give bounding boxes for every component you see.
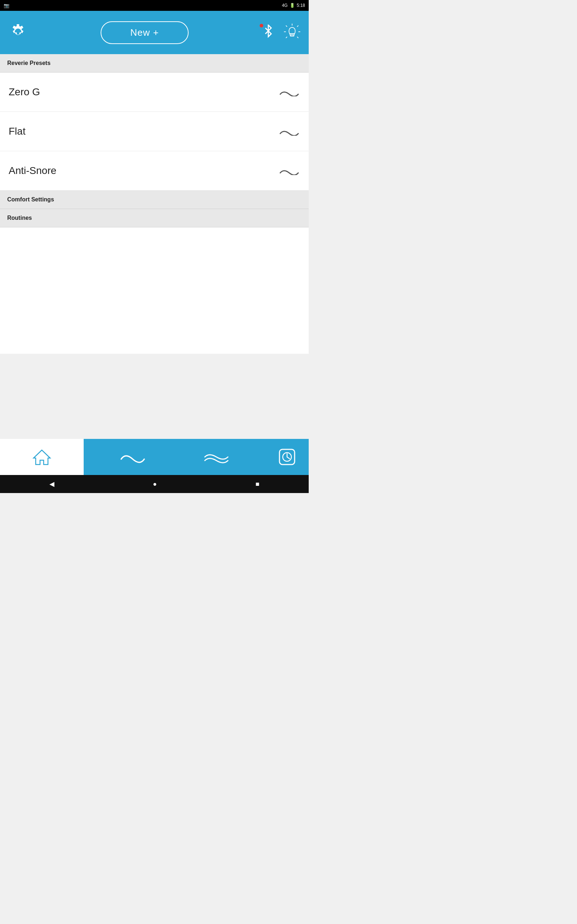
preset-list: Zero G Flat Anti-Snore	[0, 73, 309, 191]
nav-massage-tab[interactable]	[202, 449, 231, 465]
app-header: New +	[0, 11, 309, 54]
main-content-area	[0, 228, 309, 354]
preset-name-flat: Flat	[9, 126, 26, 137]
status-bar: 📷 4G 🔋 5:18	[0, 0, 309, 11]
home-button[interactable]: ●	[153, 480, 157, 488]
preset-name-anti-snore: Anti-Snore	[9, 165, 56, 176]
nav-wave-tab[interactable]	[118, 449, 147, 465]
comfort-settings-item[interactable]: Comfort Settings	[0, 191, 309, 209]
nav-home-tab[interactable]	[0, 439, 84, 475]
svg-line-1	[297, 26, 298, 27]
status-left: 📷	[3, 3, 10, 8]
chevron-icon-anti-snore	[279, 166, 300, 175]
svg-marker-9	[34, 450, 50, 465]
chevron-icon-zero-g	[279, 88, 300, 96]
screenshot-icon: 📷	[3, 3, 10, 8]
bottom-nav	[0, 439, 309, 475]
bluetooth-icon[interactable]	[260, 24, 276, 40]
svg-line-4	[286, 37, 287, 38]
signal-icon: 4G	[282, 3, 288, 8]
svg-line-13	[287, 457, 290, 459]
svg-rect-8	[290, 35, 294, 36]
time-display: 5:18	[297, 3, 305, 8]
light-icon[interactable]	[283, 23, 301, 43]
settings-icon[interactable]	[7, 21, 29, 44]
system-nav-bar: ◀ ● ■	[0, 475, 309, 493]
recents-button[interactable]: ■	[255, 480, 259, 488]
svg-line-6	[286, 26, 287, 27]
new-button[interactable]: New +	[101, 21, 188, 44]
header-right-icons	[260, 23, 301, 43]
comfort-settings-section: Comfort Settings Routines	[0, 191, 309, 228]
routines-item[interactable]: Routines	[0, 209, 309, 228]
preset-item-flat[interactable]: Flat	[0, 112, 309, 151]
battery-icon: 🔋	[290, 3, 295, 8]
reverie-presets-header: Reverie Presets	[0, 54, 309, 73]
status-right: 4G 🔋 5:18	[282, 3, 305, 8]
nav-center-tabs	[84, 439, 266, 475]
nav-schedule-tab[interactable]	[266, 439, 309, 475]
back-button[interactable]: ◀	[49, 480, 55, 488]
bluetooth-status-dot	[259, 24, 263, 27]
svg-line-3	[297, 37, 298, 38]
preset-name-zero-g: Zero G	[9, 86, 40, 98]
chevron-icon-flat	[279, 127, 300, 136]
preset-item-zero-g[interactable]: Zero G	[0, 73, 309, 112]
preset-item-anti-snore[interactable]: Anti-Snore	[0, 151, 309, 191]
